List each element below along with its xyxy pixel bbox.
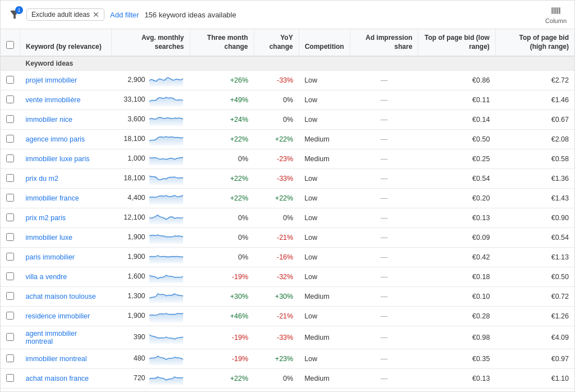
competition-cell: Low bbox=[299, 267, 350, 287]
row-checkbox[interactable] bbox=[6, 95, 14, 103]
keyword-cell[interactable]: immobilier luxe paris bbox=[20, 149, 112, 169]
row-checkbox-cell[interactable] bbox=[1, 369, 20, 389]
avg-monthly-value: 720 bbox=[122, 374, 145, 382]
row-checkbox-cell[interactable] bbox=[1, 110, 20, 130]
row-checkbox-cell[interactable] bbox=[1, 248, 20, 267]
table-row: paris immobilier 1,900 0% -16% Low — €0.… bbox=[1, 248, 574, 267]
avg-monthly-cell: 1,900 bbox=[111, 248, 190, 267]
bid-high-cell: €0.50 bbox=[495, 267, 574, 287]
row-checkbox-cell[interactable] bbox=[1, 90, 20, 110]
row-checkbox[interactable] bbox=[6, 272, 14, 280]
three-month-cell: +22% bbox=[190, 369, 254, 389]
bid-low-cell: €0.98 bbox=[418, 326, 496, 349]
yoy-cell: +22% bbox=[254, 189, 299, 208]
keyword-cell[interactable]: prix du m2 bbox=[20, 169, 112, 189]
column-icon bbox=[550, 5, 562, 16]
row-checkbox[interactable] bbox=[6, 374, 14, 382]
keyword-cell[interactable]: immobilier luxe bbox=[20, 228, 112, 248]
row-checkbox[interactable] bbox=[6, 213, 14, 221]
select-all-checkbox[interactable] bbox=[6, 41, 14, 49]
bid-low-cell: €0.14 bbox=[418, 110, 496, 130]
row-checkbox[interactable] bbox=[6, 312, 14, 320]
sparkline bbox=[149, 172, 184, 185]
header-avg-monthly[interactable]: Avg. monthly searches bbox=[111, 29, 190, 56]
sparkline bbox=[149, 331, 184, 344]
row-checkbox[interactable] bbox=[6, 233, 14, 241]
header-bid-high[interactable]: Top of page bid (high range) bbox=[495, 29, 574, 56]
keyword-cell[interactable]: achat maison france bbox=[20, 369, 112, 389]
row-checkbox[interactable] bbox=[6, 253, 14, 261]
keyword-cell[interactable]: residence immobilier bbox=[20, 307, 112, 326]
row-checkbox[interactable] bbox=[6, 154, 14, 162]
yoy-cell: -33% bbox=[254, 326, 299, 349]
row-checkbox-cell[interactable] bbox=[1, 326, 20, 349]
row-checkbox-cell[interactable] bbox=[1, 71, 20, 90]
bid-high-cell: €1.46 bbox=[495, 90, 574, 110]
bid-high-cell: €1.13 bbox=[495, 248, 574, 267]
avg-monthly-value: 1,900 bbox=[122, 233, 145, 241]
table-row: immobilier montreal 480 -19% +23% Low — … bbox=[1, 349, 574, 369]
keyword-cell[interactable]: prix m2 paris bbox=[20, 208, 112, 228]
row-checkbox-cell[interactable] bbox=[1, 208, 20, 228]
sparkline bbox=[149, 271, 184, 283]
three-month-cell: -19% bbox=[190, 326, 254, 349]
column-button[interactable]: Column bbox=[545, 5, 567, 24]
row-checkbox-cell[interactable] bbox=[1, 169, 20, 189]
keyword-cell[interactable]: agent immobilier montreal bbox=[20, 326, 112, 349]
row-checkbox[interactable] bbox=[6, 135, 14, 143]
row-checkbox-cell[interactable] bbox=[1, 189, 20, 208]
yoy-cell: -32% bbox=[254, 267, 299, 287]
competition-cell: Low bbox=[299, 248, 350, 267]
table-row: immobilier france 4,400 +22% +22% Low — … bbox=[1, 189, 574, 208]
row-checkbox-cell[interactable] bbox=[1, 228, 20, 248]
avg-monthly-cell: 33,100 bbox=[111, 90, 190, 110]
row-checkbox-cell[interactable] bbox=[1, 149, 20, 169]
header-keyword[interactable]: Keyword (by relevance) bbox=[20, 29, 112, 56]
yoy-cell: +23% bbox=[254, 349, 299, 369]
keyword-cell[interactable]: projet immobilier bbox=[20, 71, 112, 90]
ad-impression-cell: — bbox=[350, 189, 418, 208]
avg-monthly-cell: 720 bbox=[111, 369, 190, 389]
row-checkbox-cell[interactable] bbox=[1, 267, 20, 287]
row-checkbox[interactable] bbox=[6, 76, 14, 84]
header-checkbox-cell[interactable] bbox=[1, 29, 20, 56]
bid-high-cell: €0.72 bbox=[495, 287, 574, 307]
header-yoy[interactable]: YoY change bbox=[254, 29, 299, 56]
sparkline bbox=[149, 133, 184, 145]
keyword-cell[interactable]: immobilier nice bbox=[20, 110, 112, 130]
header-three-month[interactable]: Three month change bbox=[190, 29, 254, 56]
bid-high-cell: €0.54 bbox=[495, 228, 574, 248]
keyword-cell[interactable]: villa a vendre bbox=[20, 267, 112, 287]
row-checkbox-cell[interactable] bbox=[1, 130, 20, 149]
row-checkbox-cell[interactable] bbox=[1, 287, 20, 307]
three-month-cell: +49% bbox=[190, 90, 254, 110]
bid-high-cell: €0.97 bbox=[495, 349, 574, 369]
filter-tag-label: Exclude adult ideas bbox=[31, 11, 90, 19]
avg-monthly-value: 480 bbox=[122, 354, 145, 362]
three-month-cell: +24% bbox=[190, 110, 254, 130]
row-checkbox[interactable] bbox=[6, 354, 14, 362]
row-checkbox[interactable] bbox=[6, 292, 14, 300]
row-checkbox[interactable] bbox=[6, 333, 14, 341]
keyword-cell[interactable]: immobilier france bbox=[20, 189, 112, 208]
exclude-adult-filter-tag[interactable]: Exclude adult ideas ✕ bbox=[26, 8, 104, 21]
header-competition[interactable]: Competition bbox=[299, 29, 350, 56]
add-filter-button[interactable]: Add filter bbox=[110, 11, 139, 19]
keyword-cell[interactable]: achat maison toulouse bbox=[20, 287, 112, 307]
keyword-cell[interactable]: agence immo paris bbox=[20, 130, 112, 149]
header-ad-impression[interactable]: Ad impression share bbox=[350, 29, 418, 56]
bid-high-cell: €1.43 bbox=[495, 189, 574, 208]
three-month-cell: +22% bbox=[190, 130, 254, 149]
row-checkbox[interactable] bbox=[6, 194, 14, 202]
row-checkbox-cell[interactable] bbox=[1, 307, 20, 326]
row-checkbox-cell[interactable] bbox=[1, 349, 20, 369]
keyword-cell[interactable]: vente immobilière bbox=[20, 90, 112, 110]
keyword-cell[interactable]: paris immobilier bbox=[20, 248, 112, 267]
keyword-cell[interactable]: immobilier montreal bbox=[20, 349, 112, 369]
row-checkbox[interactable] bbox=[6, 174, 14, 182]
filter-badge: 1 bbox=[15, 6, 23, 14]
row-checkbox[interactable] bbox=[6, 115, 14, 123]
filter-tag-close[interactable]: ✕ bbox=[93, 11, 99, 19]
header-bid-low[interactable]: Top of page bid (low range) bbox=[418, 29, 496, 56]
avg-monthly-value: 18,100 bbox=[122, 174, 145, 182]
